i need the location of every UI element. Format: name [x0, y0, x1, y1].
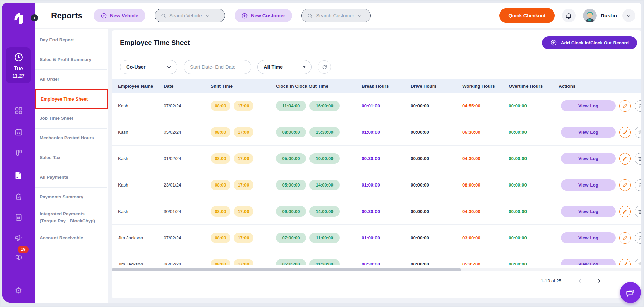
table-row: Kash 23/01/24 08:00 17:00 05:00:00 14:00…: [112, 172, 641, 198]
bell-icon: [565, 12, 572, 19]
sidebar-item-marketing[interactable]: [2, 233, 35, 242]
view-log-button[interactable]: View Log: [561, 179, 616, 191]
delete-button[interactable]: [635, 100, 641, 112]
sidebar-item-shop[interactable]: [2, 192, 35, 201]
horizontal-scrollbar-thumb[interactable]: [112, 268, 461, 271]
trash-icon: [638, 103, 641, 109]
sidebar-item-messages[interactable]: [2, 253, 35, 262]
search-icon: [160, 13, 166, 19]
report-nav-item[interactable]: Day End Report: [35, 30, 107, 50]
edit-button[interactable]: [619, 127, 631, 138]
shift-time-cell: 08:00 17:00: [211, 101, 276, 111]
clock-in-out-cell: 09:00:00 14:00:00: [276, 206, 362, 217]
sidebar-item-kanban[interactable]: [2, 149, 35, 157]
new-customer-button[interactable]: New Customer: [235, 9, 292, 22]
report-nav-label: Sales Tax: [40, 154, 60, 161]
delete-button[interactable]: [635, 127, 641, 138]
edit-button[interactable]: [619, 259, 631, 266]
report-nav-item[interactable]: All Payments: [35, 168, 107, 188]
shift-end-pill: 17:00: [234, 180, 253, 190]
clock-in-pill: 08:00:00: [276, 127, 306, 137]
view-log-button[interactable]: View Log: [561, 206, 616, 217]
clock-in-pill: 05:00:00: [276, 153, 306, 164]
shift-end-pill: 17:00: [234, 259, 253, 265]
sidebar-collapse-button[interactable]: ›: [31, 14, 38, 21]
co-user-filter[interactable]: Co-User: [120, 60, 177, 74]
horizontal-scrollbar-track: [112, 268, 641, 271]
col-employee-name: Employee Name: [118, 84, 164, 89]
report-nav-item[interactable]: Employee Time Sheet: [35, 89, 108, 109]
report-nav-item[interactable]: Payments Summary: [35, 188, 107, 207]
delete-button[interactable]: [635, 232, 641, 244]
report-nav-item[interactable]: All Order: [35, 70, 107, 89]
clock-in-out-cell: 07:00:00 11:00:00: [276, 233, 362, 243]
pencil-icon: [622, 103, 628, 109]
chat-bubbles-icon: [14, 253, 23, 262]
view-log-button[interactable]: View Log: [561, 259, 616, 265]
sidebar-item-reports[interactable]: [2, 171, 35, 180]
view-log-button[interactable]: View Log: [561, 100, 616, 111]
shift-start-pill: 08:00: [211, 206, 230, 217]
prev-page-button[interactable]: [574, 277, 585, 285]
delete-button[interactable]: [635, 179, 641, 191]
delete-button[interactable]: [635, 206, 641, 217]
shift-start-pill: 08:00: [211, 127, 230, 137]
search-customer-dropdown[interactable]: Search Customer: [301, 9, 371, 22]
date-range-placeholder: Start Date- End Date: [190, 64, 236, 70]
delete-button[interactable]: [635, 259, 641, 266]
app-logo[interactable]: [2, 6, 35, 30]
edit-button[interactable]: [619, 232, 631, 244]
add-clock-record-button[interactable]: Add Clock In/Clock Out Record: [542, 36, 637, 49]
edit-button[interactable]: [619, 153, 631, 165]
next-page-button[interactable]: [594, 277, 605, 285]
clock-out-pill: 15:30:00: [309, 127, 340, 137]
new-vehicle-button[interactable]: New Vehicle: [94, 9, 145, 22]
date-range-input[interactable]: Start Date- End Date: [184, 60, 251, 74]
edit-button[interactable]: [619, 100, 631, 112]
profile-menu-button[interactable]: [622, 9, 635, 22]
time-filter-select[interactable]: All Time: [257, 60, 312, 74]
report-nav-item[interactable]: Account Receivable: [35, 228, 107, 248]
report-nav-item[interactable]: Mechanics Posted Hours: [35, 129, 107, 148]
shopping-bag-icon: [14, 192, 23, 201]
col-actions: Actions: [559, 84, 641, 89]
table-row: Kash 07/02/24 08:00 17:00 11:04:00 16:00…: [112, 93, 641, 119]
chat-fab-button[interactable]: [620, 282, 641, 303]
col-drive-hours: Drive Hours: [411, 84, 462, 89]
shift-end-pill: 17:00: [234, 206, 253, 217]
report-nav-item[interactable]: Integrated Payments (Torque Pay - BlockC…: [35, 207, 107, 228]
sidebar-item-invoices[interactable]: [2, 213, 35, 222]
col-clock-in-out: Clock In Clock Out Time: [276, 84, 362, 89]
search-vehicle-dropdown[interactable]: Search Vehicle: [155, 9, 225, 22]
view-log-button[interactable]: View Log: [561, 127, 616, 138]
topbar: Reports New Vehicle Search Vehicle New C…: [35, 3, 641, 29]
notifications-button[interactable]: [562, 9, 576, 22]
user-avatar[interactable]: [583, 9, 597, 22]
date-cell: 07/02/24: [164, 235, 211, 240]
overtime-hours-cell: 00:00:00: [509, 182, 559, 188]
search-icon: [307, 13, 313, 19]
edit-button[interactable]: [619, 179, 631, 191]
pencil-icon: [622, 209, 628, 214]
delete-button[interactable]: [635, 153, 641, 165]
edit-button[interactable]: [619, 206, 631, 217]
shift-time-cell: 08:00 17:00: [211, 259, 276, 265]
report-nav-item[interactable]: Sales & Profit Summary: [35, 50, 107, 70]
view-log-button[interactable]: View Log: [561, 153, 616, 164]
actions-cell: View Log: [559, 127, 641, 138]
chevron-right-icon: [596, 278, 602, 284]
report-nav-item[interactable]: Job Time Sheet: [35, 109, 107, 129]
sidebar-item-settings[interactable]: ⚙: [2, 286, 35, 295]
refresh-button[interactable]: [318, 60, 331, 74]
date-cell: 05/02/24: [164, 130, 211, 135]
sidebar-item-dashboard[interactable]: [2, 106, 35, 115]
report-nav-item[interactable]: Sales Tax: [35, 148, 107, 168]
content-card: Employee Time Sheet Add Clock In/Clock O…: [112, 30, 641, 298]
table-header: Employee Name Date Shift Time Clock In C…: [112, 79, 641, 93]
sidebar-item-calendar[interactable]: [2, 128, 35, 136]
break-hours-cell: 00:30:00: [362, 262, 411, 265]
view-log-button[interactable]: View Log: [561, 232, 616, 243]
drive-hours-cell: 00:00:00: [411, 182, 462, 188]
quick-checkout-button[interactable]: Quick Checkout: [499, 8, 554, 23]
shift-time-cell: 08:00 17:00: [211, 180, 276, 190]
